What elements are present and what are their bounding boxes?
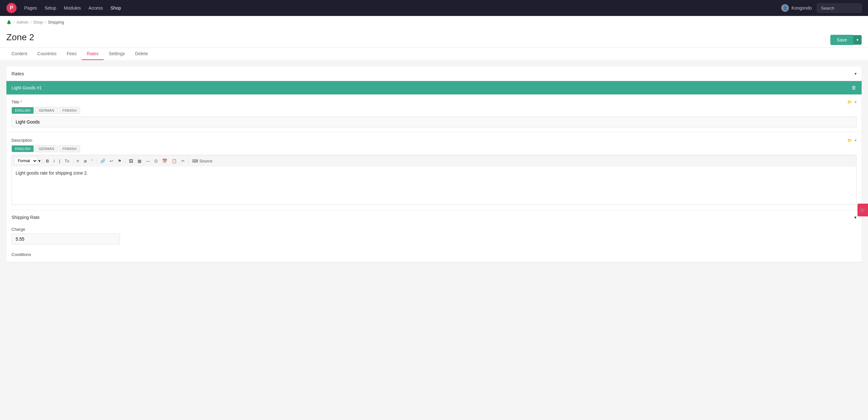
editor-toolbar: Format ▾ B I I Tx ≡ ≣ " 🔗 ↩ ⚑ [11, 155, 857, 167]
ul-button[interactable]: ≣ [82, 158, 89, 164]
paste-word-button[interactable]: ✂ [179, 158, 187, 164]
nav-setup[interactable]: Setup [45, 4, 57, 12]
home-icon[interactable]: 🌲 [6, 20, 11, 25]
main-content: Rates ▾ Light Goods #1 🗑 Title * 📁 ▾ [0, 60, 868, 268]
toolbar-sep-5 [188, 158, 189, 164]
rates-section-header[interactable]: Rates ▾ [6, 66, 862, 81]
charge-input[interactable] [11, 234, 120, 244]
date-button[interactable]: 📅 [160, 158, 169, 164]
shipping-rate-chevron-icon: ▾ [854, 215, 857, 220]
title-field-header: Title * 📁 ▾ [11, 99, 857, 104]
paste-text-button[interactable]: 📋 [170, 158, 179, 164]
unlink-button[interactable]: ↩ [108, 158, 115, 164]
description-field-header: Description 📁 ▾ [11, 138, 857, 143]
breadcrumb-shop[interactable]: Shop [33, 20, 43, 25]
charge-label: Charge [11, 227, 857, 232]
breadcrumb-sep-1: / [13, 20, 15, 25]
link-button[interactable]: 🔗 [98, 158, 107, 164]
title-lang-english[interactable]: ENGLISH [11, 107, 34, 114]
tab-settings[interactable]: Settings [104, 48, 130, 60]
toolbar-sep-2 [73, 158, 73, 164]
breadcrumb: 🌲 / Admin / Shop / Shipping [0, 16, 868, 28]
bold-button[interactable]: B [44, 158, 51, 164]
user-info: 👤 Kongondo [781, 4, 812, 12]
shipping-rate-header[interactable]: Shipping Rate ▾ [6, 210, 862, 224]
cart-icon: 🛒 [860, 207, 865, 213]
save-button[interactable]: Save [830, 35, 853, 45]
save-btn-group: Save ▾ [830, 35, 862, 45]
breadcrumb-shipping: Shipping [48, 20, 64, 25]
search-input[interactable] [817, 3, 862, 13]
nav-shop[interactable]: Shop [111, 4, 121, 12]
rates-section-title: Rates [11, 71, 24, 76]
cart-sidebar[interactable]: 🛒 [858, 204, 868, 216]
title-input[interactable] [11, 117, 857, 127]
tab-rates[interactable]: Rates [82, 48, 104, 60]
toolbar-sep-3 [96, 158, 97, 164]
format-select[interactable]: Format [14, 157, 38, 165]
nav-modules[interactable]: Modules [64, 4, 81, 12]
breadcrumb-sep-2: / [30, 20, 31, 25]
description-folder-icon[interactable]: 📁 [847, 138, 852, 143]
format-dropdown-icon: ▾ [38, 158, 40, 163]
title-folder-icon[interactable]: 📁 [847, 100, 852, 104]
title-field-actions: 📁 ▾ [847, 100, 857, 104]
description-chevron-icon[interactable]: ▾ [855, 138, 857, 143]
description-field-actions: 📁 ▾ [847, 138, 857, 143]
description-lang-english[interactable]: ENGLISH [11, 145, 34, 152]
title-lang-german[interactable]: GERMAN [35, 107, 57, 114]
rate-card-title: Light Goods #1 [11, 85, 42, 90]
toolbar-sep-1 [42, 158, 42, 164]
blockquote-button[interactable]: " [90, 158, 95, 164]
clear-format-button[interactable]: Tx [63, 158, 71, 164]
charge-section: Charge [6, 224, 862, 249]
italic-button[interactable]: I [51, 158, 57, 164]
breadcrumb-admin[interactable]: Admin [17, 20, 28, 25]
page-title: Zone 2 [6, 32, 34, 42]
rates-section: Rates ▾ Light Goods #1 🗑 Title * 📁 ▾ [6, 66, 862, 262]
special-chars-button[interactable]: Ω [153, 158, 160, 164]
description-lang-german[interactable]: GERMAN [35, 145, 57, 152]
nav-items: Pages Setup Modules Access Shop [24, 4, 774, 12]
description-lang-finnish[interactable]: FINNISH [59, 145, 80, 152]
tabs: Content Countries Fees Rates Settings De… [0, 48, 868, 60]
underline-button[interactable]: I [57, 158, 62, 164]
hr-button[interactable]: — [144, 158, 152, 164]
tab-content[interactable]: Content [6, 48, 32, 60]
tab-fees[interactable]: Fees [62, 48, 82, 60]
description-lang-tabs: ENGLISH GERMAN FINNISH [11, 145, 857, 152]
nav-pages[interactable]: Pages [24, 4, 37, 12]
tab-delete[interactable]: Delete [130, 48, 153, 60]
rate-card-header: Light Goods #1 🗑 [6, 81, 862, 94]
nav-access[interactable]: Access [88, 4, 103, 12]
app-logo[interactable]: P [6, 3, 17, 13]
title-field-section: Title * 📁 ▾ ENGLISH GERMAN FINNISH [6, 94, 862, 133]
title-required-indicator: * [19, 99, 22, 104]
description-field-label: Description [11, 138, 32, 143]
top-nav: P Pages Setup Modules Access Shop 👤 Kong… [0, 0, 868, 16]
page-header: Zone 2 Save ▾ [0, 28, 868, 48]
description-editor[interactable]: Light goods rate for shipping zone 2. [11, 167, 857, 205]
user-avatar: 👤 [781, 4, 789, 12]
shipping-rate-title: Shipping Rate [11, 215, 39, 220]
image-button[interactable]: 🖼 [127, 158, 135, 164]
source-button[interactable]: ⌨ Source [190, 158, 214, 164]
description-field-section: Description 📁 ▾ ENGLISH GERMAN FINNISH F… [6, 133, 862, 210]
toolbar-sep-4 [125, 158, 125, 164]
rate-delete-button[interactable]: 🗑 [851, 85, 857, 91]
title-field-label: Title * [11, 99, 22, 104]
shipping-rate-section: Shipping Rate ▾ Charge Conditions [6, 210, 862, 262]
tab-countries[interactable]: Countries [32, 48, 62, 60]
breadcrumb-sep-3: / [45, 20, 46, 25]
conditions-label: Conditions [6, 249, 862, 262]
nav-right: 👤 Kongondo [781, 3, 862, 13]
title-lang-tabs: ENGLISH GERMAN FINNISH [11, 107, 857, 114]
anchor-button[interactable]: ⚑ [116, 158, 124, 164]
rates-chevron-icon: ▾ [855, 71, 857, 76]
table-button[interactable]: ▦ [135, 158, 143, 164]
ol-button[interactable]: ≡ [75, 158, 81, 164]
save-dropdown-button[interactable]: ▾ [853, 35, 862, 45]
title-chevron-icon[interactable]: ▾ [855, 100, 857, 104]
rate-item: Light Goods #1 🗑 Title * 📁 ▾ ENGLISH GER… [6, 81, 862, 262]
title-lang-finnish[interactable]: FINNISH [59, 107, 80, 114]
